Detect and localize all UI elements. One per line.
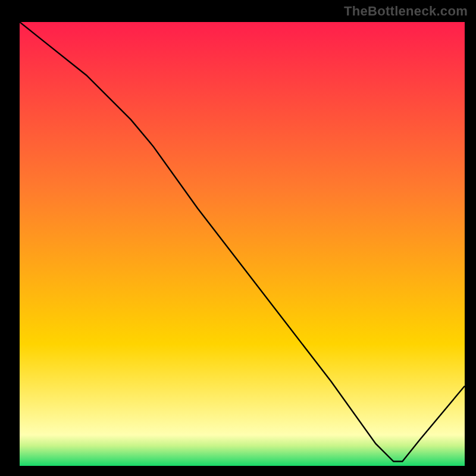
background-gradient-main [20,22,465,435]
attribution-text: TheBottleneck.com [344,4,468,19]
chart-plot-area [18,20,466,468]
background-gradient-green-band [20,435,465,466]
